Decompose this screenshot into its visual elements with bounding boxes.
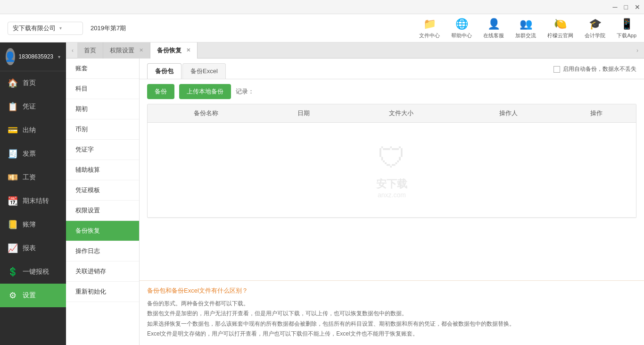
settings-menu-account-set[interactable]: 账套 — [66, 59, 139, 79]
watermark: 🛡 安下载 anxz.com — [376, 142, 407, 199]
academy-icon: 🎓 — [588, 17, 602, 31]
payroll-icon: 💴 — [8, 172, 18, 183]
tab-list: 首页权限设置✕备份恢复✕ — [77, 42, 198, 59]
header-icon-online-service[interactable]: 👤在线客服 — [483, 17, 504, 39]
voucher-icon: 📋 — [8, 101, 18, 112]
user-dropdown-arrow: ▾ — [58, 54, 60, 59]
help-center-label: 帮助中心 — [451, 32, 472, 39]
tab-home-tab[interactable]: 首页 — [77, 42, 103, 59]
tab-label-backup-tab: 备份恢复 — [157, 46, 182, 55]
close-button[interactable]: ✕ — [635, 3, 640, 11]
tab-label-home-tab: 首页 — [84, 46, 96, 55]
main-layout: 👤 18308635923 ▾ 🏠首页📋凭证💳出纳🧾发票💴工资📆期末结转📒账簿📈… — [0, 42, 644, 345]
tax-icon: 💲 — [8, 267, 18, 277]
file-center-icon: 📁 — [422, 17, 437, 31]
tab-backup-tab[interactable]: 备份恢复✕ — [150, 42, 198, 59]
cashier-icon: 💳 — [8, 125, 18, 135]
home-label: 首页 — [23, 79, 36, 87]
sidebar-item-tax[interactable]: 💲一键报税 — [0, 260, 66, 284]
settings-icon: ⚙ — [8, 290, 18, 301]
sidebar-item-period-end[interactable]: 📆期末结转 — [0, 189, 66, 213]
window-controls: ─ □ ✕ — [609, 3, 640, 11]
col-name: 备份名称 — [148, 104, 264, 123]
minimize-button[interactable]: ─ — [613, 3, 618, 11]
invoice-label: 发票 — [23, 150, 36, 158]
upload-local-button[interactable]: 上传本地备份 — [179, 84, 231, 99]
header-icon-academy[interactable]: 🎓会计学院 — [585, 17, 605, 39]
sub-tabs-left: 备份包备份Excel — [147, 63, 227, 79]
page-content: 账套科目期初币别凭证字辅助核算凭证模板权限设置备份恢复操作日志关联进销存重新初始… — [66, 59, 644, 345]
home-icon: 🏠 — [8, 78, 18, 88]
user-name: 18308635923 — [19, 53, 53, 60]
academy-label: 会计学院 — [585, 32, 605, 39]
tab-close-backup-tab[interactable]: ✕ — [186, 47, 190, 53]
sidebar-item-voucher[interactable]: 📋凭证 — [0, 95, 66, 118]
join-group-label: 加群交流 — [515, 32, 536, 39]
sidebar-item-settings[interactable]: ⚙设置 — [0, 284, 66, 307]
tax-label: 一键报税 — [23, 268, 49, 276]
settings-menu-aux-accounting[interactable]: 辅助核算 — [66, 160, 139, 180]
header-icon-download-app[interactable]: 📱下载App — [617, 17, 636, 39]
voucher-label: 凭证 — [23, 102, 36, 111]
empty-area: 🛡 安下载 anxz.com — [148, 123, 636, 217]
auto-backup: 启用自动备份，数据永不丢失 — [553, 65, 636, 77]
ledger-icon: 📒 — [8, 219, 18, 230]
settings-menu-voucher-word[interactable]: 凭证字 — [66, 140, 139, 160]
sub-tab-backup-pkg[interactable]: 备份包 — [147, 63, 182, 79]
auto-backup-checkbox[interactable] — [553, 66, 560, 73]
tab-permissions-tab[interactable]: 权限设置✕ — [103, 42, 150, 59]
company-selector[interactable]: 安下载有限公司 ▾ — [8, 22, 83, 35]
maximize-button[interactable]: □ — [624, 3, 628, 11]
join-group-icon: 👥 — [519, 17, 533, 31]
settings-menu-backup-restore[interactable]: 备份恢复 — [66, 221, 139, 241]
col-date: 日期 — [264, 104, 343, 123]
sub-tab-backup-excel[interactable]: 备份Excel — [182, 63, 226, 79]
sidebar-nav: 🏠首页📋凭证💳出纳🧾发票💴工资📆期末结转📒账簿📈报表💲一键报税⚙设置 — [0, 71, 66, 345]
period-end-icon: 📆 — [8, 196, 18, 206]
settings-menu-voucher-template[interactable]: 凭证模板 — [66, 180, 139, 201]
tab-prev-button[interactable]: ‹ — [68, 42, 77, 59]
action-bar: 备份 上传本地备份 记录： — [140, 79, 644, 104]
settings-menu-opening[interactable]: 期初 — [66, 99, 139, 119]
user-info[interactable]: 👤 18308635923 ▾ — [0, 42, 66, 71]
ledger-label: 账簿 — [23, 220, 36, 229]
settings-menu-reinitialize[interactable]: 重新初始化 — [66, 282, 139, 302]
invoice-icon: 🧾 — [8, 149, 18, 159]
header-icon-official-website[interactable]: 🍋柠檬云官网 — [547, 17, 573, 39]
file-center-label: 文件中心 — [419, 32, 440, 39]
top-header: 安下载有限公司 ▾ 2019年第7期 📁文件中心🌐帮助中心👤在线客服👥加群交流🍋… — [0, 14, 644, 42]
sidebar-item-cashier[interactable]: 💳出纳 — [0, 118, 66, 142]
tab-label-permissions-tab: 权限设置 — [110, 46, 134, 55]
record-label: 记录： — [236, 87, 254, 96]
report-label: 报表 — [23, 244, 36, 252]
auto-backup-label: 启用自动备份，数据永不丢失 — [563, 65, 636, 73]
header-icon-join-group[interactable]: 👥加群交流 — [515, 17, 536, 39]
col-size: 文件大小 — [343, 104, 459, 123]
title-bar: ─ □ ✕ — [0, 0, 644, 14]
table-header: 备份名称 日期 文件大小 操作人 操作 — [148, 104, 636, 123]
settings-menu-permissions[interactable]: 权限设置 — [66, 201, 139, 221]
period-label: 2019年第7期 — [91, 24, 126, 33]
sidebar-item-report[interactable]: 📈报表 — [0, 236, 66, 260]
header-icons: 📁文件中心🌐帮助中心👤在线客服👥加群交流🍋柠檬云官网🎓会计学院📱下载App — [419, 17, 636, 39]
settings-menu-operation-log[interactable]: 操作日志 — [66, 241, 139, 261]
avatar: 👤 — [6, 48, 15, 65]
sidebar-item-ledger[interactable]: 📒账簿 — [0, 213, 66, 236]
info-question[interactable]: 备份包和备份Excel文件有什么区别？ — [147, 286, 636, 295]
settings-menu-currency[interactable]: 币别 — [66, 119, 139, 140]
tab-more-button[interactable]: › — [633, 42, 642, 59]
header-icon-file-center[interactable]: 📁文件中心 — [419, 17, 440, 39]
settings-menu-subjects[interactable]: 科目 — [66, 79, 139, 99]
backup-button[interactable]: 备份 — [147, 84, 174, 99]
sidebar-item-home[interactable]: 🏠首页 — [0, 71, 66, 95]
online-service-label: 在线客服 — [483, 32, 504, 39]
header-icon-help-center[interactable]: 🌐帮助中心 — [451, 17, 472, 39]
tab-close-permissions-tab[interactable]: ✕ — [139, 47, 143, 53]
info-line: Excel文件是明文存储的，用户可以打开查看，用户也可以下载但不能上传，Exce… — [147, 329, 636, 339]
info-text: 备份的形式。两种备份文件都可以下载。数据包文件是加密的，用户无法打开查看，但是用… — [147, 299, 636, 339]
sidebar-item-invoice[interactable]: 🧾发票 — [0, 142, 66, 166]
watermark-icon: 🛡 — [378, 142, 406, 174]
sidebar-item-payroll[interactable]: 💴工资 — [0, 166, 66, 189]
info-line: 备份的形式。两种备份文件都可以下载。 — [147, 299, 636, 309]
settings-menu-related-inventory[interactable]: 关联进销存 — [66, 261, 139, 282]
